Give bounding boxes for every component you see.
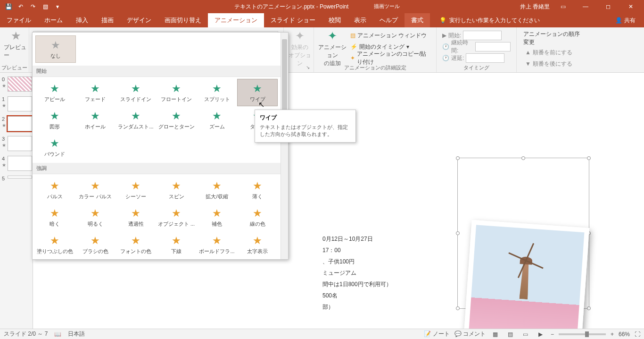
gallery-item-emphasis[interactable]: ★暗く bbox=[34, 203, 75, 231]
slideshow-view-icon[interactable]: ▶ bbox=[536, 330, 546, 339]
gallery-item-entrance[interactable]: ★ランダムスト... bbox=[116, 106, 156, 134]
gallery-item-emphasis[interactable]: ★拡大/収縮 bbox=[197, 176, 237, 203]
tab-design[interactable]: デザイン bbox=[120, 13, 158, 27]
thumbnail-4[interactable] bbox=[8, 156, 32, 171]
gallery-scrollbar[interactable] bbox=[281, 33, 288, 259]
gallery-item-entrance[interactable]: ★スライドイン bbox=[116, 79, 156, 106]
resize-handle[interactable] bbox=[587, 306, 591, 310]
gallery-item-emphasis[interactable]: ★線の色 bbox=[237, 203, 278, 231]
spellcheck-icon[interactable]: 📖 bbox=[54, 331, 61, 338]
zoom-in-icon[interactable]: + bbox=[611, 331, 614, 338]
resize-handle[interactable] bbox=[521, 156, 525, 160]
tab-view[interactable]: 表示 bbox=[347, 13, 373, 27]
gallery-item-emphasis[interactable]: ★ブラシの色 bbox=[75, 231, 116, 258]
resize-handle[interactable] bbox=[456, 231, 460, 235]
animation-painter-button[interactable]: ✦アニメーションのコピー/貼り付け bbox=[348, 53, 430, 63]
gallery-item-entrance[interactable]: ★ズーム bbox=[197, 106, 237, 134]
delay-icon: 🕐 bbox=[442, 55, 449, 61]
tab-review[interactable]: 校閲 bbox=[322, 13, 347, 27]
gallery-item-entrance[interactable]: ★バウンド bbox=[34, 134, 75, 161]
save-icon[interactable]: 💾 bbox=[3, 1, 14, 12]
gallery-item-entrance[interactable]: ★フェード bbox=[75, 79, 116, 106]
resize-handle[interactable] bbox=[456, 306, 460, 310]
duration-input[interactable] bbox=[475, 42, 511, 51]
zoom-slider-thumb[interactable] bbox=[585, 331, 589, 337]
resize-handle[interactable] bbox=[456, 156, 460, 160]
tab-transitions[interactable]: 画面切り替え bbox=[158, 13, 208, 27]
undo-icon[interactable]: ↶ bbox=[15, 1, 26, 12]
gallery-item-emphasis[interactable]: ★補色 bbox=[197, 203, 237, 231]
duration-label: 継続時間: bbox=[451, 39, 473, 55]
tab-help[interactable]: ヘルプ bbox=[373, 13, 405, 27]
thumbnail-5[interactable] bbox=[8, 176, 32, 178]
zoom-level[interactable]: 66% bbox=[619, 331, 630, 338]
preview-button[interactable]: ★ プレビュー bbox=[4, 29, 28, 59]
thumbnail-2[interactable] bbox=[8, 116, 32, 131]
share-button[interactable]: 👤共有 bbox=[607, 13, 644, 27]
tab-file[interactable]: ファイル bbox=[0, 13, 38, 27]
qat-customize-icon[interactable]: ▾ bbox=[52, 1, 63, 12]
gallery-item-emphasis[interactable]: ★下線 bbox=[156, 231, 197, 258]
gallery-item-emphasis[interactable]: ★明るく bbox=[75, 203, 116, 231]
gallery-item-emphasis[interactable]: ★フォントの色 bbox=[116, 231, 156, 258]
gallery-item-emphasis[interactable]: ★オブジェクト ... bbox=[156, 203, 197, 231]
animation-pane-button[interactable]: ▤アニメーション ウィンドウ bbox=[348, 30, 430, 41]
zoom-out-icon[interactable]: − bbox=[551, 331, 554, 338]
star-icon: ★ bbox=[131, 110, 140, 122]
maximize-icon[interactable]: ◻ bbox=[599, 0, 618, 13]
gallery-item-none[interactable]: ★なし bbox=[35, 35, 76, 63]
gallery-item-entrance[interactable]: ★図形 bbox=[34, 106, 75, 134]
start-from-beginning-icon[interactable]: ▧ bbox=[40, 1, 51, 12]
gallery-item-emphasis[interactable]: ★透過性 bbox=[116, 203, 156, 231]
reading-view-icon[interactable]: ▭ bbox=[520, 330, 531, 339]
fit-to-window-icon[interactable]: ⛶ bbox=[635, 331, 640, 338]
comments-button[interactable]: 💬 コメント bbox=[454, 330, 486, 338]
normal-view-icon[interactable]: ▦ bbox=[490, 330, 501, 339]
tell-me-search[interactable]: 💡実行したい作業を入力してください bbox=[430, 13, 607, 27]
gallery-item-entrance[interactable]: ★ホイール bbox=[75, 106, 116, 134]
tab-animations[interactable]: アニメーション bbox=[208, 13, 264, 27]
close-icon[interactable]: ✕ bbox=[621, 0, 640, 13]
resize-handle[interactable] bbox=[587, 156, 591, 160]
gallery-item-emphasis[interactable]: ★スピン bbox=[156, 176, 197, 203]
gallery-item-emphasis[interactable]: ★薄く bbox=[237, 176, 278, 203]
tab-draw[interactable]: 描画 bbox=[95, 13, 120, 27]
gallery-item-emphasis[interactable]: ★太字表示 bbox=[237, 231, 278, 258]
minimize-icon[interactable]: — bbox=[576, 0, 595, 13]
sorter-view-icon[interactable]: ▤ bbox=[505, 330, 516, 339]
star-icon: ★ bbox=[50, 180, 59, 192]
gallery-item-emphasis[interactable]: ★パルス bbox=[34, 176, 75, 203]
delay-input[interactable] bbox=[466, 53, 504, 63]
gallery-item-entrance[interactable]: ★グローとターン bbox=[156, 106, 197, 134]
thumbnail-0[interactable] bbox=[8, 76, 32, 92]
tab-home[interactable]: ホーム bbox=[38, 13, 69, 27]
gallery-item-emphasis[interactable]: ★カラー パルス bbox=[75, 176, 116, 203]
slide-image[interactable] bbox=[462, 220, 589, 339]
gallery-item-emphasis[interactable]: ★塗りつぶしの色 bbox=[34, 231, 75, 258]
gallery-item-emphasis[interactable]: ★ボールドフラ... bbox=[197, 231, 237, 258]
notes-button[interactable]: 📝 ノート bbox=[424, 330, 449, 338]
add-animation-button[interactable]: ✦ アニメーション の追加 bbox=[318, 29, 347, 68]
group-timing: タイミング bbox=[437, 64, 516, 71]
animation-dialog-launcher[interactable]: ↘ bbox=[306, 65, 313, 71]
gallery-item-entrance[interactable]: ★スプリット bbox=[197, 79, 237, 106]
slide-counter[interactable]: スライド 2/0 ～ 7 bbox=[4, 330, 48, 338]
zoom-slider[interactable] bbox=[559, 333, 606, 335]
thumbnail-3[interactable] bbox=[8, 136, 32, 151]
star-icon: ★ bbox=[212, 207, 222, 220]
gallery-item-entrance[interactable]: ★ワイプ bbox=[237, 79, 278, 106]
redo-icon[interactable]: ↷ bbox=[27, 1, 39, 12]
painter-icon: ✦ bbox=[350, 55, 355, 61]
language-indicator[interactable]: 日本語 bbox=[68, 330, 85, 338]
tab-insert[interactable]: 挿入 bbox=[69, 13, 95, 27]
thumbnail-1[interactable] bbox=[8, 96, 32, 111]
gallery-item-entrance[interactable]: ★アピール bbox=[34, 79, 75, 106]
star-icon: ★ bbox=[212, 180, 222, 192]
gallery-item-emphasis[interactable]: ★シーソー bbox=[116, 176, 156, 203]
tab-format[interactable]: 書式 bbox=[405, 13, 430, 27]
gallery-item-entrance[interactable]: ★フロートイン bbox=[156, 79, 197, 106]
reorder-label: アニメーションの順序変更 bbox=[523, 30, 581, 46]
ribbon-display-icon[interactable]: ▭ bbox=[553, 0, 572, 13]
tab-slideshow[interactable]: スライド ショー bbox=[264, 13, 322, 27]
thumb-num: 1 bbox=[2, 96, 5, 102]
